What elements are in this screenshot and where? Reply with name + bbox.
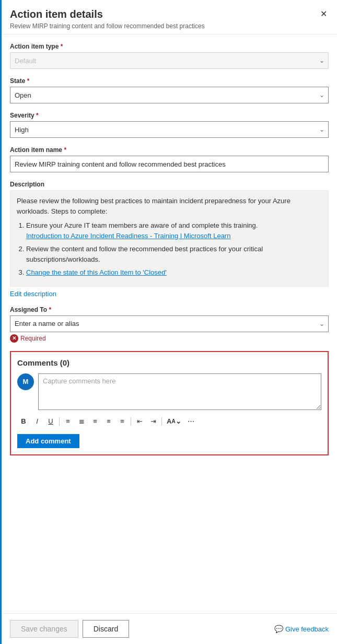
description-item-1: Ensure your Azure IT team members are aw…	[26, 220, 322, 241]
required-star: *	[61, 43, 63, 50]
azure-training-link[interactable]: Introduction to Azure Incident Readiness…	[26, 232, 230, 240]
description-box: Please review the following best practic…	[10, 190, 329, 287]
severity-select-wrapper: High Medium Low ⌄	[10, 121, 329, 138]
action-item-details-panel: Action item details Review MIRP training…	[0, 0, 337, 644]
avatar: M	[17, 373, 34, 390]
comment-input-row: M	[17, 373, 321, 410]
indent-right-button[interactable]: ⇥	[147, 415, 159, 428]
required-error-text: Required	[20, 335, 46, 342]
toolbar-separator-2	[131, 417, 131, 426]
required-star-severity: *	[36, 112, 39, 119]
footer-left: Save changes Discard	[10, 620, 129, 638]
state-select-wrapper: Open Closed In Progress ⌄	[10, 87, 329, 103]
assigned-to-select[interactable]: Enter a name or alias	[10, 315, 329, 332]
required-star-name: *	[64, 146, 66, 154]
required-error: ✕ Required	[10, 334, 329, 343]
add-comment-button[interactable]: Add comment	[17, 434, 79, 448]
change-state-link[interactable]: Change the state of this Action Item to …	[26, 268, 167, 276]
indent-left-button[interactable]: ⇤	[133, 415, 146, 428]
bold-button[interactable]: B	[17, 415, 30, 428]
description-item-3: Change the state of this Action Item to …	[26, 267, 322, 278]
severity-label: Severity *	[10, 112, 329, 119]
panel-body: Action item type * Default ⌄ State * Ope…	[2, 34, 337, 613]
action-item-type-group: Action item type * Default ⌄	[10, 43, 329, 69]
panel-header: Action item details Review MIRP training…	[2, 0, 337, 34]
more-options-button[interactable]: ⋯	[185, 415, 197, 428]
description-paragraph: Please review the following best practic…	[17, 196, 322, 216]
description-label: Description	[10, 181, 329, 188]
state-select[interactable]: Open Closed In Progress	[10, 87, 329, 103]
edit-description-link[interactable]: Edit description	[10, 290, 56, 298]
panel-footer: Save changes Discard 💬 Give feedback	[2, 613, 337, 644]
align-left-button[interactable]: ≡	[62, 415, 74, 428]
description-item-2: Review the content and follow the recomm…	[26, 244, 322, 264]
toolbar-separator-1	[59, 417, 60, 426]
italic-button[interactable]: I	[31, 415, 43, 428]
assigned-to-select-wrapper: Enter a name or alias ⌄	[10, 315, 329, 332]
required-star-state: *	[27, 77, 30, 85]
comments-section: Comments (0) M B I U ≡ ≣ ≡ ≡ ≡ ⇤ ⇥ AA ⌄	[10, 351, 329, 455]
feedback-icon: 💬	[274, 625, 283, 633]
action-item-name-label: Action item name *	[10, 146, 329, 154]
severity-select[interactable]: High Medium Low	[10, 121, 329, 138]
required-star-assigned: *	[49, 306, 51, 313]
feedback-label: Give feedback	[285, 625, 329, 633]
font-size-button[interactable]: AA ⌄	[164, 415, 184, 428]
comment-textarea[interactable]	[38, 373, 321, 410]
align-justify-button[interactable]: ≡	[116, 415, 129, 428]
assigned-to-label: Assigned To *	[10, 306, 329, 313]
comments-title: Comments (0)	[17, 358, 321, 367]
toolbar-separator-3	[161, 417, 162, 426]
assigned-to-group: Assigned To * Enter a name or alias ⌄ ✕ …	[10, 306, 329, 343]
action-item-name-input[interactable]	[10, 156, 329, 172]
action-item-type-select-wrapper: Default ⌄	[10, 52, 329, 69]
close-button[interactable]: ✕	[316, 6, 331, 21]
severity-group: Severity * High Medium Low ⌄	[10, 112, 329, 138]
bullet-list-button[interactable]: ≣	[75, 415, 88, 428]
panel-title: Action item details	[10, 8, 329, 20]
action-item-type-select[interactable]: Default	[10, 52, 329, 69]
comment-toolbar: B I U ≡ ≣ ≡ ≡ ≡ ⇤ ⇥ AA ⌄ ⋯	[17, 413, 321, 430]
description-list: Ensure your Azure IT team members are aw…	[17, 220, 322, 278]
discard-button[interactable]: Discard	[83, 620, 129, 638]
give-feedback-link[interactable]: 💬 Give feedback	[274, 625, 329, 633]
action-item-name-group: Action item name *	[10, 146, 329, 172]
align-center-button[interactable]: ≡	[89, 415, 101, 428]
panel-subtitle: Review MIRP training content and follow …	[10, 22, 329, 30]
state-label: State *	[10, 77, 329, 85]
state-group: State * Open Closed In Progress ⌄	[10, 77, 329, 103]
save-changes-button[interactable]: Save changes	[10, 620, 78, 638]
description-group: Description Please review the following …	[10, 181, 329, 298]
underline-button[interactable]: U	[44, 415, 57, 428]
error-icon: ✕	[10, 334, 18, 343]
action-item-type-label: Action item type *	[10, 43, 329, 50]
align-right-button[interactable]: ≡	[102, 415, 115, 428]
